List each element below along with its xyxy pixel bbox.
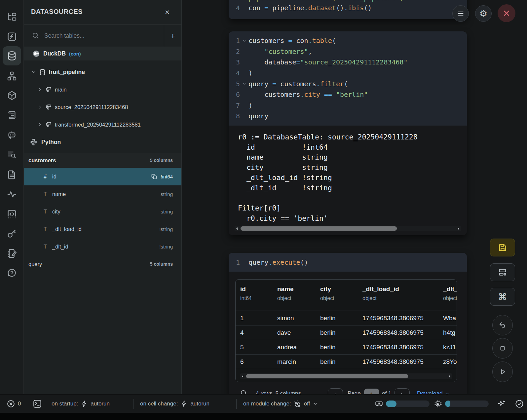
- table-header-query[interactable]: query 5 columns: [24, 256, 181, 272]
- close-icon[interactable]: ×: [162, 7, 172, 17]
- scroll-left-arrow[interactable]: [235, 226, 239, 231]
- code-cell-1[interactable]: pipeline = dlt.attach("fruit_pipeline") …: [229, 0, 467, 19]
- ai-assistant-button[interactable]: [497, 395, 506, 413]
- database-cylinder-icon: [39, 69, 46, 76]
- code-cell-3[interactable]: 1query.execute() idint64 nameobject city…: [229, 253, 467, 394]
- settings-button[interactable]: ⚙: [475, 5, 492, 22]
- page-number[interactable]: 1: [364, 389, 379, 394]
- table-row[interactable]: 6marcinberlin1745968348.3806975z8Yo: [236, 355, 457, 369]
- menu-button[interactable]: [452, 5, 469, 22]
- undo-button[interactable]: [492, 315, 513, 335]
- command-palette-button[interactable]: ⌘: [490, 288, 515, 306]
- panel-title: DATASOURCES: [31, 8, 83, 16]
- database-tree-item[interactable]: fruit_pipeline: [24, 65, 181, 79]
- schema-item-main[interactable]: main: [24, 83, 181, 96]
- chatbot-icon[interactable]: [5, 128, 19, 142]
- col-header[interactable]: name: [277, 286, 294, 293]
- package-icon[interactable]: [5, 88, 19, 103]
- table-row[interactable]: 5andreaberlin1745968348.3806975kzJ1: [236, 340, 457, 355]
- code-block-icon[interactable]: [5, 207, 19, 221]
- table-header-customers[interactable]: customers 5 columns: [24, 153, 181, 168]
- column-type: string: [161, 191, 173, 197]
- copy-icon[interactable]: [151, 173, 157, 180]
- error-indicator[interactable]: 0: [7, 395, 21, 413]
- save-button[interactable]: [490, 239, 515, 256]
- file-tree-icon[interactable]: [5, 10, 19, 24]
- database-icon[interactable]: [3, 46, 21, 65]
- download-link[interactable]: Download: [417, 390, 449, 394]
- scrollbar-thumb[interactable]: [246, 374, 408, 378]
- column-name: id: [52, 173, 56, 180]
- table-row[interactable]: 1simonberlin1745968348.3806975Wba: [236, 311, 457, 325]
- activity-icon[interactable]: [5, 187, 19, 202]
- module-change-setting[interactable]: on module change: off: [243, 395, 318, 413]
- circle-x-icon: [7, 400, 15, 408]
- code-editor[interactable]: 1customers = con.table( 2 "customers", 3…: [229, 31, 467, 126]
- scroll-right-arrow[interactable]: [447, 373, 452, 379]
- sitemap-icon[interactable]: [5, 69, 19, 83]
- connection-row[interactable]: DuckDB (con): [24, 47, 181, 60]
- table-search-icon[interactable]: [240, 389, 248, 394]
- schema-label: transformed_202504291112283581: [55, 122, 141, 128]
- cell-output-repr: r0 := DatabaseTable: source_202504291112…: [238, 132, 464, 223]
- startup-setting[interactable]: on startup: autorun: [52, 395, 110, 413]
- column-row-dlt-id[interactable]: T _dlt_id !string: [24, 238, 181, 255]
- column-count: 5 columns: [150, 261, 173, 267]
- column-row-dlt-load-id[interactable]: T _dlt_load_id !string: [24, 220, 181, 238]
- column-row-city[interactable]: T city string: [24, 203, 181, 220]
- column-row-name[interactable]: T name string: [24, 185, 181, 203]
- search-row: +: [24, 25, 181, 47]
- chevron-down-icon: [31, 69, 36, 75]
- stop-button[interactable]: [492, 338, 513, 359]
- functions-icon[interactable]: [5, 29, 19, 44]
- text-type-icon: T: [44, 209, 52, 215]
- schema-item-transformed[interactable]: transformed_202504291112283581: [24, 118, 181, 131]
- schema-icon: [45, 104, 52, 110]
- cpu-usage[interactable]: [434, 395, 489, 413]
- python-section[interactable]: Python: [24, 135, 181, 149]
- column-row-id[interactable]: # id !int64: [24, 168, 181, 185]
- search-input[interactable]: [44, 29, 163, 43]
- list-search-icon[interactable]: [5, 147, 19, 162]
- document-icon[interactable]: [5, 168, 19, 182]
- chevron-right-icon: [38, 122, 42, 127]
- memory-usage[interactable]: [375, 395, 430, 413]
- col-type: object: [277, 295, 294, 301]
- table-row[interactable]: 4daveberlin1745968348.3806975h4tg: [236, 325, 457, 340]
- shutdown-button[interactable]: [498, 4, 515, 22]
- code-editor[interactable]: 1query.execute(): [229, 253, 467, 272]
- connection-name: DuckDB: [43, 50, 66, 57]
- cell-change-value: autorun: [190, 401, 209, 407]
- number-type-icon: #: [44, 173, 52, 180]
- terminal-button[interactable]: [32, 395, 42, 413]
- run-button[interactable]: [492, 362, 513, 382]
- code-cell-2[interactable]: 1customers = con.table( 2 "customers", 3…: [229, 31, 467, 235]
- col-header[interactable]: id: [240, 286, 252, 293]
- connection-status[interactable]: [515, 395, 524, 413]
- next-page-button[interactable]: [395, 388, 410, 394]
- scroll-right-arrow[interactable]: [456, 226, 461, 231]
- cell-change-setting[interactable]: on cell change: autorun: [140, 395, 209, 413]
- result-table-header: idint64 nameobject cityobject _dlt_load_…: [236, 280, 457, 311]
- scroll-icon[interactable]: [5, 108, 19, 122]
- add-datasource-button[interactable]: +: [164, 25, 181, 47]
- scrollbar-thumb[interactable]: [241, 226, 397, 231]
- lightning-icon: [81, 400, 88, 407]
- col-header[interactable]: _dlt_load_id: [362, 286, 399, 293]
- col-header[interactable]: _dlt_id: [443, 286, 457, 293]
- help-icon[interactable]: [5, 266, 19, 281]
- fold-chevron-icon[interactable]: [240, 39, 248, 43]
- horizontal-scrollbar[interactable]: [235, 226, 461, 231]
- key-icon[interactable]: [5, 226, 19, 241]
- schema-item-source[interactable]: source_202504291112283468: [24, 100, 181, 114]
- layout-panels-button[interactable]: [490, 263, 515, 281]
- fold-chevron-icon[interactable]: [240, 82, 248, 86]
- table-horizontal-scrollbar[interactable]: [240, 373, 452, 379]
- chevron-down-icon: [445, 392, 449, 395]
- cpu-meter: [445, 401, 489, 407]
- col-header[interactable]: city: [320, 286, 334, 293]
- prev-page-button[interactable]: [328, 388, 343, 394]
- notebook-edit-icon[interactable]: [5, 246, 19, 261]
- close-x-icon: [502, 9, 511, 18]
- scroll-left-arrow[interactable]: [240, 373, 245, 379]
